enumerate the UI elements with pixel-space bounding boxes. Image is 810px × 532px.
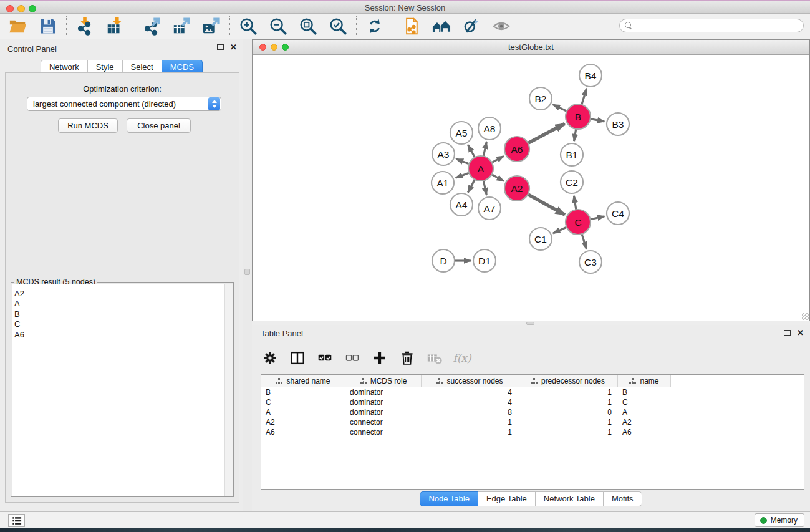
network-file-icon[interactable] — [402, 16, 422, 36]
deselect-all-icon[interactable] — [343, 349, 362, 367]
vertical-splitter-grip[interactable] — [244, 269, 250, 275]
cell[interactable]: 0 — [518, 407, 618, 417]
save-icon[interactable] — [38, 16, 58, 36]
column-header-MCDS-role[interactable]: MCDS role — [345, 375, 422, 387]
close-panel-icon[interactable]: ✕ — [230, 44, 237, 51]
cell[interactable]: A6 — [618, 427, 671, 437]
node-B1[interactable]: B1 — [561, 143, 583, 166]
cell[interactable]: connector — [345, 417, 422, 427]
node-A2[interactable]: A2 — [504, 176, 529, 201]
window-resize-grip[interactable] — [802, 313, 809, 320]
cell[interactable]: A6 — [261, 427, 345, 437]
edge-A-A8[interactable] — [483, 142, 486, 157]
node-C3[interactable]: C3 — [579, 251, 602, 273]
network-graph[interactable]: AA1A2A3A4A5A6A7A8BB1B2B3B4CC1C2C3C4DD1 — [253, 55, 809, 321]
column-header-shared-name[interactable]: shared name — [261, 375, 345, 387]
node-C1[interactable]: C1 — [529, 228, 552, 250]
import-network-icon[interactable] — [75, 16, 95, 36]
export-table-icon[interactable] — [171, 16, 191, 36]
run-mcds-button[interactable]: Run MCDS — [58, 118, 118, 133]
import-table-icon[interactable] — [105, 16, 125, 36]
zoom-out-icon[interactable] — [268, 16, 288, 36]
search-input[interactable] — [632, 20, 803, 31]
cell[interactable]: B — [261, 387, 345, 397]
node-D1[interactable]: D1 — [473, 249, 496, 272]
cell[interactable]: A — [261, 407, 345, 417]
cell[interactable]: 4 — [422, 387, 518, 397]
delete-table-icon[interactable] — [425, 349, 444, 367]
column-header-name[interactable]: name — [618, 375, 671, 387]
trash-icon[interactable] — [398, 349, 417, 367]
edge-C-C3[interactable] — [582, 233, 587, 249]
function-builder-icon[interactable]: f(x) — [453, 349, 471, 367]
table-row[interactable]: A6connector11A6 — [261, 427, 804, 437]
close-panel-button[interactable]: Close panel — [127, 118, 191, 133]
cell[interactable]: 1 — [422, 427, 518, 437]
cell[interactable]: 1 — [518, 397, 618, 407]
memory-button[interactable]: Memory — [755, 513, 804, 527]
open-icon[interactable] — [8, 16, 28, 36]
zoom-in-icon[interactable] — [238, 16, 258, 36]
cell[interactable]: dominator — [345, 407, 422, 417]
edge-A-A6[interactable] — [491, 156, 504, 163]
node-C2[interactable]: C2 — [561, 171, 583, 193]
edge-B-B4[interactable] — [582, 89, 587, 105]
cell[interactable]: A — [618, 407, 671, 417]
cell[interactable]: A2 — [261, 417, 345, 427]
edge-A2-C[interactable] — [528, 194, 565, 215]
edge-A-A1[interactable] — [456, 173, 470, 178]
node-B2[interactable]: B2 — [529, 87, 552, 110]
tab-motifs[interactable]: Motifs — [603, 491, 642, 506]
vertical-splitter[interactable] — [243, 39, 252, 513]
zoom-fit-icon[interactable] — [298, 16, 318, 36]
table-row[interactable]: Adominator80A — [261, 407, 804, 417]
node-B[interactable]: B — [566, 104, 591, 129]
node-B4[interactable]: B4 — [579, 64, 602, 87]
edge-A-A2[interactable] — [491, 174, 504, 181]
edge-A-A5[interactable] — [468, 145, 475, 158]
annotations-icon[interactable] — [461, 16, 481, 36]
cell[interactable]: 1 — [518, 427, 618, 437]
result-scrollbar[interactable] — [224, 284, 233, 496]
node-A5[interactable]: A5 — [450, 122, 473, 144]
node-A8[interactable]: A8 — [478, 117, 501, 140]
export-image-icon[interactable] — [201, 16, 221, 36]
cell[interactable]: 1 — [518, 417, 618, 427]
cell[interactable]: A2 — [618, 417, 671, 427]
select-all-icon[interactable] — [316, 349, 334, 367]
column-header-predecessor-nodes[interactable]: predecessor nodes — [518, 375, 618, 387]
float-panel-icon[interactable] — [217, 44, 224, 50]
edge-B-B2[interactable] — [553, 105, 567, 112]
float-table-panel-icon[interactable] — [784, 330, 791, 336]
columns-icon[interactable] — [288, 349, 307, 367]
horizontal-splitter-grip[interactable] — [526, 322, 534, 325]
export-network-icon[interactable] — [142, 16, 162, 36]
close-table-panel-icon[interactable]: ✕ — [797, 329, 804, 336]
node-A7[interactable]: A7 — [478, 197, 501, 220]
refresh-icon[interactable] — [365, 16, 385, 36]
table-row[interactable]: A2connector11A2 — [261, 417, 804, 427]
node-C4[interactable]: C4 — [607, 202, 629, 225]
node-D[interactable]: D — [432, 249, 455, 272]
tab-network-table[interactable]: Network Table — [535, 491, 604, 506]
zoom-selected-icon[interactable] — [328, 16, 348, 36]
edge-A6-B[interactable] — [528, 123, 565, 143]
node-A[interactable]: A — [468, 156, 493, 181]
node-A1[interactable]: A1 — [432, 172, 454, 194]
cell[interactable]: 8 — [422, 407, 518, 417]
home-icon[interactable] — [432, 16, 451, 36]
cell[interactable]: connector — [345, 427, 422, 437]
edge-A-A7[interactable] — [483, 180, 486, 195]
edge-C-C4[interactable] — [590, 216, 605, 220]
edge-B-B1[interactable] — [574, 128, 576, 142]
cell[interactable]: B — [618, 387, 671, 397]
node-B3[interactable]: B3 — [607, 113, 629, 135]
cell[interactable]: 1 — [518, 387, 618, 397]
edge-A-A4[interactable] — [468, 179, 475, 193]
edge-C-C2[interactable] — [574, 196, 576, 210]
cell[interactable]: 4 — [422, 397, 518, 407]
table-row[interactable]: Cdominator41C — [261, 397, 804, 407]
show-hide-icon[interactable] — [491, 16, 511, 36]
node-A4[interactable]: A4 — [450, 193, 473, 216]
cell[interactable]: C — [261, 397, 345, 407]
